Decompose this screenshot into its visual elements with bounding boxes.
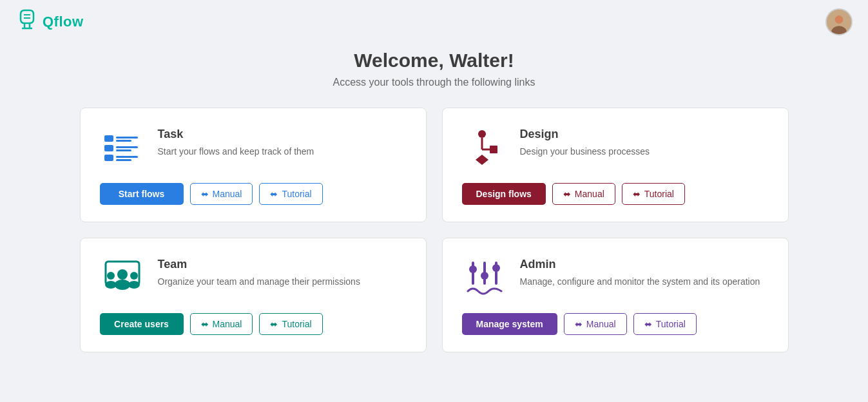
svg-rect-13: [116, 159, 131, 161]
team-title: Team: [158, 258, 360, 271]
team-icon: [102, 258, 143, 299]
svg-marker-17: [476, 155, 488, 165]
logo: Qflow: [15, 8, 84, 35]
svg-rect-18: [490, 146, 497, 153]
logo-icon: [15, 8, 39, 35]
admin-description: Manage, configure and monitor the system…: [520, 275, 760, 289]
external-link-icon: ⬌: [644, 319, 652, 329]
team-card-text: Team Organize your team and manage their…: [158, 258, 360, 289]
svg-point-30: [481, 272, 488, 280]
welcome-subtitle: Access your tools through the following …: [333, 77, 535, 88]
task-description: Start your flows and keep track of them: [158, 145, 314, 158]
external-link-icon: ⬌: [575, 319, 583, 329]
svg-point-20: [117, 269, 128, 280]
team-card-actions: Create users ⬌ Manual ⬌ Tutorial: [100, 313, 407, 335]
svg-point-3: [835, 15, 844, 24]
welcome-title: Welcome, Walter!: [354, 50, 514, 72]
design-icon: [464, 128, 505, 169]
header: Qflow: [0, 0, 868, 43]
task-card-top: Task Start your flows and keep track of …: [100, 128, 407, 169]
svg-rect-10: [116, 149, 131, 151]
admin-card-top: Admin Manage, configure and monitor the …: [462, 258, 769, 299]
design-icon-area: [462, 128, 507, 169]
svg-point-31: [492, 264, 500, 272]
design-flows-button[interactable]: Design flows: [462, 183, 546, 205]
logo-text: Qflow: [43, 14, 84, 30]
task-card: Task Start your flows and keep track of …: [80, 108, 427, 222]
svg-point-24: [130, 272, 138, 280]
admin-manual-button[interactable]: ⬌ Manual: [564, 313, 627, 335]
svg-point-14: [478, 130, 486, 138]
team-tutorial-button[interactable]: ⬌ Tutorial: [259, 313, 322, 335]
svg-rect-7: [116, 140, 131, 142]
design-card-actions: Design flows ⬌ Manual ⬌ Tutorial: [462, 183, 769, 205]
admin-title: Admin: [520, 258, 760, 271]
team-card-top: Team Organize your team and manage their…: [100, 258, 407, 299]
admin-card-actions: Manage system ⬌ Manual ⬌ Tutorial: [462, 313, 769, 335]
svg-point-22: [107, 272, 115, 280]
task-card-text: Task Start your flows and keep track of …: [158, 128, 314, 158]
svg-rect-12: [116, 156, 138, 158]
team-manual-button[interactable]: ⬌ Manual: [190, 313, 253, 335]
svg-rect-6: [116, 137, 138, 139]
cards-grid: Task Start your flows and keep track of …: [80, 108, 789, 352]
task-tutorial-button[interactable]: ⬌ Tutorial: [259, 183, 322, 205]
team-card: Team Organize your team and manage their…: [80, 238, 427, 352]
main-content: Welcome, Walter! Access your tools throu…: [0, 43, 868, 378]
design-card-text: Design Design your business processes: [520, 128, 650, 158]
task-icon-area: [100, 128, 145, 169]
admin-tutorial-button[interactable]: ⬌ Tutorial: [633, 313, 697, 335]
admin-icon: [464, 258, 505, 299]
external-link-icon: ⬌: [563, 189, 571, 199]
team-description: Organize your team and manage their perm…: [158, 275, 360, 289]
svg-point-25: [128, 281, 140, 289]
design-description: Design your business processes: [520, 145, 650, 158]
task-icon: [102, 128, 143, 169]
task-card-actions: Start flows ⬌ Manual ⬌ Tutorial: [100, 183, 407, 205]
svg-point-21: [115, 280, 130, 290]
svg-point-29: [469, 265, 477, 273]
admin-card-text: Admin Manage, configure and monitor the …: [520, 258, 760, 289]
team-icon-area: [100, 258, 145, 299]
svg-rect-8: [104, 145, 113, 151]
task-manual-button[interactable]: ⬌ Manual: [190, 183, 253, 205]
external-link-icon: ⬌: [270, 319, 278, 329]
external-link-icon: ⬌: [201, 189, 209, 199]
admin-icon-area: [462, 258, 507, 299]
design-tutorial-button[interactable]: ⬌ Tutorial: [622, 183, 685, 205]
manage-system-button[interactable]: Manage system: [462, 313, 557, 335]
design-card: Design Design your business processes De…: [442, 108, 789, 222]
task-title: Task: [158, 128, 314, 141]
task-start-button[interactable]: Start flows: [100, 183, 184, 205]
svg-point-23: [105, 281, 117, 289]
external-link-icon: ⬌: [633, 189, 641, 199]
external-link-icon: ⬌: [201, 319, 209, 329]
create-users-button[interactable]: Create users: [100, 313, 184, 335]
external-link-icon: ⬌: [270, 189, 278, 199]
design-card-top: Design Design your business processes: [462, 128, 769, 169]
svg-rect-11: [104, 155, 113, 161]
avatar[interactable]: [825, 8, 853, 35]
admin-card: Admin Manage, configure and monitor the …: [442, 238, 789, 352]
design-title: Design: [520, 128, 650, 141]
svg-rect-9: [116, 146, 138, 148]
design-manual-button[interactable]: ⬌ Manual: [552, 183, 615, 205]
svg-rect-5: [104, 135, 113, 142]
